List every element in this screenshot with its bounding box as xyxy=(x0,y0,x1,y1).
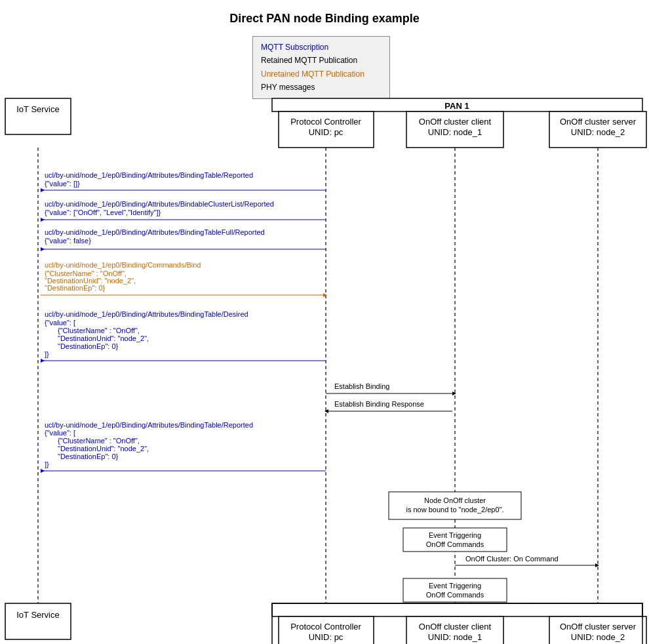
svg-text:{"value": []}: {"value": []} xyxy=(45,180,80,188)
svg-marker-28 xyxy=(41,247,45,251)
svg-text:"DestinationEp": 0}: "DestinationEp": 0} xyxy=(58,342,119,350)
svg-text:"DestinationEp": 0}: "DestinationEp": 0} xyxy=(45,284,106,292)
svg-text:Event Triggering: Event Triggering xyxy=(429,582,481,590)
svg-text:IoT Service: IoT Service xyxy=(16,104,60,114)
svg-text:]}: ]} xyxy=(45,460,49,468)
svg-text:ucl/by-unid/node_1/ep0/Binding: ucl/by-unid/node_1/ep0/Binding/Attribute… xyxy=(45,171,253,179)
svg-text:]}: ]} xyxy=(45,350,49,358)
svg-marker-65 xyxy=(595,563,599,567)
svg-text:ucl/by-unid/node_1/ep0/Binding: ucl/by-unid/node_1/ep0/Binding/Attribute… xyxy=(45,310,248,318)
svg-text:OnOff Cluster: On Command: OnOff Cluster: On Command xyxy=(465,555,559,563)
svg-text:PAN 1: PAN 1 xyxy=(444,101,469,111)
svg-text:OnOff cluster client: OnOff cluster client xyxy=(419,117,492,127)
svg-text:"DestinationEp": 0}: "DestinationEp": 0} xyxy=(58,453,119,460)
svg-text:{"value": false}: {"value": false} xyxy=(45,237,91,245)
svg-rect-74 xyxy=(272,603,642,616)
svg-text:UNID: node_2: UNID: node_2 xyxy=(571,127,625,137)
svg-text:"DestinationUnid": "node_2",: "DestinationUnid": "node_2", xyxy=(58,445,149,453)
svg-marker-48 xyxy=(324,409,328,413)
svg-text:Protocol Controller: Protocol Controller xyxy=(290,622,361,632)
svg-text:{"ClusterName" : "OnOff",: {"ClusterName" : "OnOff", xyxy=(58,327,140,334)
svg-text:OnOff cluster server: OnOff cluster server xyxy=(560,117,637,127)
svg-text:"DestinationUnid": "node_2",: "DestinationUnid": "node_2", xyxy=(58,334,149,342)
svg-marker-34 xyxy=(323,293,327,297)
svg-text:ucl/by-unid/node_1/ep0/Binding: ucl/by-unid/node_1/ep0/Binding/Commands/… xyxy=(45,261,201,269)
svg-rect-72 xyxy=(5,603,71,639)
svg-marker-45 xyxy=(452,392,456,395)
svg-text:UNID: node_1: UNID: node_1 xyxy=(428,632,482,642)
svg-text:UNID: node_1: UNID: node_1 xyxy=(428,127,482,137)
svg-text:UNID: pc: UNID: pc xyxy=(309,127,344,137)
svg-text:UNID: node_2: UNID: node_2 xyxy=(571,632,625,642)
svg-text:{"ClusterName" : "OnOff",: {"ClusterName" : "OnOff", xyxy=(58,437,140,445)
svg-text:Establish Binding: Establish Binding xyxy=(334,382,389,390)
svg-text:{"value": ["OnOff", "Level","I: {"value": ["OnOff", "Level","Identify"]} xyxy=(45,209,161,216)
svg-text:Event Triggering: Event Triggering xyxy=(429,531,481,539)
svg-marker-42 xyxy=(41,359,45,363)
svg-text:ucl/by-unid/node_1/ep0/Binding: ucl/by-unid/node_1/ep0/Binding/Attribute… xyxy=(45,421,253,429)
svg-text:OnOff Commands: OnOff Commands xyxy=(426,540,484,548)
svg-marker-56 xyxy=(41,469,45,473)
svg-text:ucl/by-unid/node_1/ep0/Binding: ucl/by-unid/node_1/ep0/Binding/Attribute… xyxy=(45,228,265,236)
svg-text:Node OnOff cluster: Node OnOff cluster xyxy=(424,496,486,504)
svg-marker-20 xyxy=(41,188,45,192)
svg-text:is now bound to "node_2/ep0".: is now bound to "node_2/ep0". xyxy=(406,506,503,513)
svg-text:{"value": [: {"value": [ xyxy=(45,429,75,437)
svg-text:{"value": [: {"value": [ xyxy=(45,319,75,327)
svg-text:ucl/by-unid/node_1/ep0/Binding: ucl/by-unid/node_1/ep0/Binding/Attribute… xyxy=(45,200,274,208)
svg-text:OnOff cluster server: OnOff cluster server xyxy=(560,622,637,632)
svg-text:OnOff Commands: OnOff Commands xyxy=(426,591,484,599)
sequence-diagram: IoT Service PAN 1 Protocol Controller UN… xyxy=(0,33,649,643)
svg-text:Establish Binding Response: Establish Binding Response xyxy=(334,400,424,408)
svg-text:Protocol Controller: Protocol Controller xyxy=(290,117,361,127)
page-title: Direct PAN node Binding example xyxy=(0,0,649,32)
svg-marker-24 xyxy=(41,218,45,222)
svg-text:IoT Service: IoT Service xyxy=(16,610,60,620)
svg-text:UNID: pc: UNID: pc xyxy=(309,632,344,642)
svg-text:OnOff cluster client: OnOff cluster client xyxy=(419,622,492,632)
